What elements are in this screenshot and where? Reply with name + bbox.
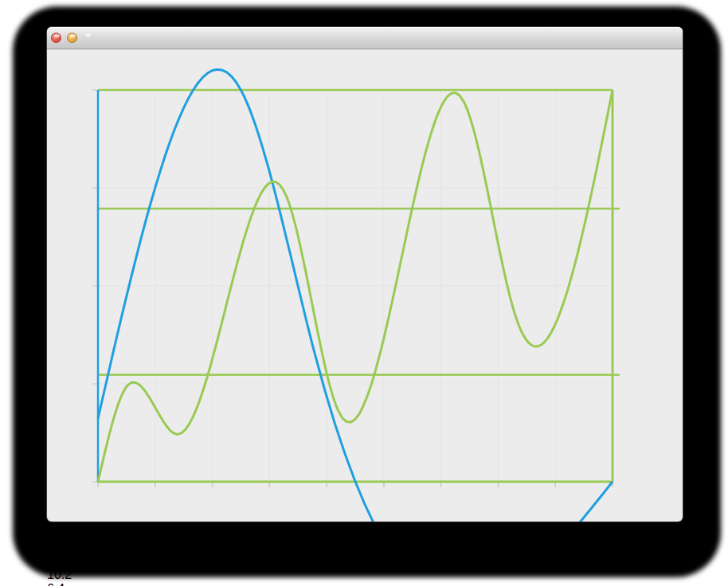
left-axis-tick-label: 6.4: [47, 582, 683, 586]
left-axis-tick-label: 14.1: [47, 553, 683, 568]
screen: { "window": { "title": "", "buttons": { …: [0, 0, 728, 586]
axis-labels-layer: 18.014.110.26.42.51.02.03.04.05.06.07.08…: [47, 539, 683, 586]
chart-plot-area: [47, 27, 683, 522]
minimize-button[interactable]: [67, 33, 77, 43]
close-button[interactable]: [51, 33, 61, 43]
window-titlebar[interactable]: [47, 27, 683, 49]
zoom-button[interactable]: [83, 33, 93, 43]
window-content: Multiaxis chart example 18.014.110.26.42…: [47, 27, 683, 586]
app-window: Multiaxis chart example 18.014.110.26.42…: [47, 27, 683, 522]
chart-title: Multiaxis chart example: [47, 525, 683, 539]
left-axis-tick-label: 18.0: [47, 539, 683, 553]
blue-spline-series: [98, 69, 613, 522]
left-axis-tick-label: 10.2: [47, 568, 683, 582]
